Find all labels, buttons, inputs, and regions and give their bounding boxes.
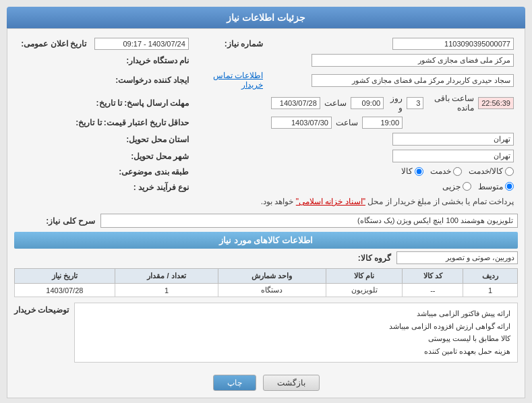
radio-kala-khedmat-label: کالا/خدمت: [469, 166, 503, 176]
back-button[interactable]: بازگشت: [263, 375, 320, 391]
row-dastgah: مرکز ملی فضای مجازی کشور نام دستگاه خرید…: [14, 52, 518, 69]
desc-line-1: ارائه پیش فاکتور الزامی میباشد: [82, 307, 510, 320]
col-tarikh: تاریخ نیاز: [15, 269, 115, 284]
jadaval-label: حداقل تاریخ اعتبار قیمت: تا تاریخ:: [14, 115, 193, 131]
page-header: جزئیات اطلاعات نیاز: [7, 7, 525, 28]
shomara-value: 1103090395000077: [267, 36, 518, 52]
row-notice: پرداخت تمام یا بخشی از مبلغ خریدار از مح…: [14, 195, 518, 208]
shomara-input: 1103090395000077: [392, 38, 514, 50]
roz-input: 3: [407, 97, 424, 109]
goods-table: ردیف کد کالا نام کالا واحد شمارش تعداد /…: [14, 268, 518, 297]
col-kod: کد کالا: [403, 269, 463, 284]
row-tabaqe: کالا/خدمت خدمت کالا طبقه بندی م: [14, 164, 518, 180]
radio-motavaset-label: متوسط: [478, 182, 503, 191]
row-farayand: متوسط جزیی نوع فرآیند خرید :: [14, 180, 518, 195]
radio-motavaset-input[interactable]: [505, 182, 514, 191]
jadaval-saat-label: ساعت: [336, 118, 358, 127]
radio-kala-input[interactable]: [415, 167, 423, 176]
tabaqe-label: طبقه بندی موضوعی:: [14, 164, 193, 180]
ijad-label: ایجاد کننده درخواست:: [14, 69, 193, 92]
farayand-label: نوع فرآیند خرید :: [14, 180, 193, 195]
sarh-koli-label: سرح کلی نیاز:: [14, 216, 95, 226]
sarh-koli-row: تلویزیون هوشمند 100 اینچ ایکس ویژن (یک د…: [14, 214, 518, 228]
radio-kala-label: کالا: [401, 166, 413, 176]
group-kala-label: گروه کالا:: [310, 253, 391, 263]
group-kala-row: دوربین، صوتی و تصویر گروه کالا:: [14, 251, 518, 264]
row-mohlat: 22:56:39 ساعت باقی مانده 3 روز و 09:00 س…: [14, 92, 518, 115]
page-title: جزئیات اطلاعات نیاز: [227, 12, 305, 23]
cell-nam: تلویزیون: [326, 284, 403, 297]
group-kala-input: دوربین، صوتی و تصویر: [396, 251, 518, 264]
cell-radif: 1: [463, 284, 518, 297]
description-box: ارائه پیش فاکتور الزامی میباشد ارائه گوا…: [74, 303, 518, 363]
radio-jozei-label: جزیی: [442, 182, 461, 191]
ettelaat-link[interactable]: اطلاعات تماس خریدار: [213, 71, 263, 90]
ijad-input: سجاد حیدری کاربردار مرکز ملی فضای مجازی …: [312, 74, 514, 87]
jadaval-time-input: 19:00: [362, 117, 403, 129]
tarikh-label: تاریخ اعلان عمومی:: [14, 36, 90, 52]
tarikh-value: 1403/07/24 - 09:17: [90, 36, 193, 52]
shomara-label: شماره نیاز:: [208, 36, 267, 52]
table-row: 1 -- تلویزیون دستگاه 1 1403/07/28: [15, 284, 518, 297]
radio-kala-khedmat-input[interactable]: [505, 167, 514, 176]
farayand-radio-group: متوسط جزیی: [442, 182, 514, 191]
desc-line-3: کالا مطابق با لیست پیوستی: [82, 332, 510, 345]
mohlat-cell: 22:56:39 ساعت باقی مانده 3 روز و 09:00 س…: [267, 92, 518, 115]
description-row: ارائه پیش فاکتور الزامی میباشد ارائه گوا…: [14, 303, 518, 368]
notice-cell: پرداخت تمام یا بخشی از مبلغ خریدار از مح…: [14, 195, 518, 208]
shahr-input: تهران: [392, 150, 514, 162]
mohlat-time-input: 09:00: [351, 97, 384, 109]
dastgah-label: نام دستگاه خریدار:: [14, 52, 193, 69]
cell-vahed: دستگاه: [218, 284, 326, 297]
row-shomara: 1103090395000077 شماره نیاز: 1403/07/24 …: [14, 36, 518, 52]
goods-section-title: اطلاعات کالاهای مورد نیاز: [14, 232, 518, 249]
mohlat-date-input: 1403/07/28: [271, 97, 320, 109]
radio-khedmat-label: خدمت: [430, 166, 451, 176]
ettelaat-link-cell[interactable]: اطلاعات تماس خریدار: [208, 69, 267, 92]
radio-jozei-input[interactable]: [463, 182, 471, 191]
radio-khedmat[interactable]: خدمت: [430, 166, 462, 176]
goods-table-body: 1 -- تلویزیون دستگاه 1 1403/07/28: [15, 284, 518, 297]
mohlat-saat-countdown: 22:56:39: [478, 97, 514, 109]
cell-tedad: 1: [115, 284, 218, 297]
ostan-value: تهران: [267, 131, 518, 148]
col-tedad: تعداد / مقدار: [115, 269, 218, 284]
print-button[interactable]: چاپ: [213, 375, 256, 391]
ostan-input: تهران: [392, 133, 514, 146]
goods-table-header-row: ردیف کد کالا نام کالا واحد شمارش تعداد /…: [15, 269, 518, 284]
radio-jozei[interactable]: جزیی: [442, 182, 471, 191]
page-container: جزئیات اطلاعات نیاز 1103090395000077 شما…: [0, 0, 532, 403]
desc-line-2: ارائه گواهی ارزش افزوده الزامی میباشد: [82, 320, 510, 333]
col-nam: نام کالا: [326, 269, 403, 284]
shahr-label: شهر محل تحویل:: [14, 148, 193, 164]
row-jadaval: 19:00 ساعت 1403/07/30 حداقل تاریخ اعتبار…: [14, 115, 518, 131]
row-shahr: تهران شهر محل تحویل:: [14, 148, 518, 164]
info-table: 1103090395000077 شماره نیاز: 1403/07/24 …: [14, 36, 518, 208]
radio-kala-khedmat[interactable]: کالا/خدمت: [469, 166, 514, 176]
radio-khedmat-input[interactable]: [453, 167, 462, 176]
row-ijad: سجاد حیدری کاربردار مرکز ملی فضای مجازی …: [14, 69, 518, 92]
notice-end: خواهد بود.: [261, 197, 294, 206]
radio-motavaset[interactable]: متوسط: [478, 182, 514, 191]
notice-text: پرداخت تمام یا بخشی از مبلغ خریدار از مح…: [367, 197, 514, 206]
row-ostan: تهران استان محل تحویل:: [14, 131, 518, 148]
main-content: 1103090395000077 شماره نیاز: 1403/07/24 …: [7, 28, 525, 398]
tabaqe-value: کالا/خدمت خدمت کالا: [267, 164, 518, 180]
ostan-label: استان محل تحویل:: [14, 131, 193, 148]
col-radif: ردیف: [463, 269, 518, 284]
sarh-koli-input: تلویزیون هوشمند 100 اینچ ایکس ویژن (یک د…: [100, 214, 518, 228]
goods-table-head: ردیف کد کالا نام کالا واحد شمارش تعداد /…: [15, 269, 518, 284]
farayand-value: متوسط جزیی: [267, 180, 518, 195]
saat-label: ساعت: [324, 98, 347, 108]
ijad-value: سجاد حیدری کاربردار مرکز ملی فضای مجازی …: [267, 69, 518, 92]
tabaqe-radio-group: کالا/خدمت خدمت کالا: [401, 166, 514, 176]
cell-tarikh: 1403/07/28: [15, 284, 115, 297]
dastgah-value: مرکز ملی فضای مجازی کشور: [208, 52, 518, 69]
mohlat-label: مهلت ارسال پاسخ: تا تاریخ:: [14, 92, 193, 115]
shahr-value: تهران: [267, 148, 518, 164]
jadaval-date-input: 1403/07/30: [271, 117, 332, 129]
radio-kala[interactable]: کالا: [401, 166, 423, 176]
notice-link[interactable]: "اسناد خزانه اسلامی": [296, 197, 365, 206]
buttons-row: بازگشت چاپ: [14, 375, 518, 391]
dastgah-input: مرکز ملی فضای مجازی کشور: [312, 54, 514, 67]
